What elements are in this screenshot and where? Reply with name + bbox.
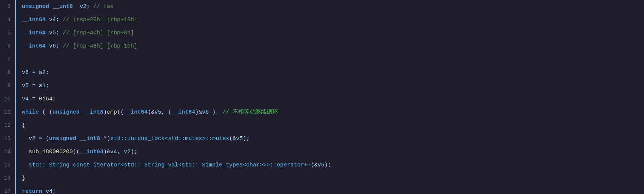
keyword-int64-l4: __int64 <box>22 13 46 26</box>
code-viewer: 3 4 5 6 7 8 9 10 11 12 13 14 15 16 17 18… <box>0 0 644 194</box>
code-text-area: unsigned __int8 v2; // fax __int64 v4; /… <box>16 0 644 194</box>
line-num-13: 13 <box>3 132 11 145</box>
code-line-3: unsigned __int8 v2; // fax <box>22 0 644 13</box>
var-v5-ref1: v5 <box>154 106 161 119</box>
keyword-while: while <box>22 106 39 119</box>
var-v5-ref2: v5 <box>236 132 243 145</box>
line-num-11: 11 <box>3 106 11 119</box>
comment-cn-loop: // 不相等就继续循环 <box>222 106 278 119</box>
code-line-10: v4 = 0i64; <box>22 92 644 106</box>
var-v6-decl: v6 <box>49 40 56 53</box>
var-a2: a2 <box>39 66 46 79</box>
cast-int8-ptr: __int8 <box>80 132 100 145</box>
line-num-15: 15 <box>3 159 11 172</box>
comment-fax: // fax <box>93 0 114 13</box>
keyword-int64-l6: __int64 <box>22 40 46 53</box>
fn-sub180006200: sub_180006200 <box>29 145 73 159</box>
fn-cmp: cmp <box>107 106 117 119</box>
var-v4-ref: v4 <box>110 145 117 159</box>
cast-int8: __int8 <box>83 106 103 119</box>
code-line-8: v6 = a2; <box>22 66 644 79</box>
code-line-15: std::_String_const_iterator<std::_String… <box>22 159 644 172</box>
code-line-16: } <box>22 172 644 185</box>
var-v4-return: v4 <box>46 185 52 194</box>
comment-rsp20: // [rsp+20h] [rbp-18h] <box>63 13 137 26</box>
var-v5-ref3: v5 <box>317 159 324 172</box>
code-line-14: sub_180006200((__int64)&v4, v2); <box>22 145 644 159</box>
line-num-9: 9 <box>3 79 11 92</box>
var-v5-decl: v5 <box>49 26 56 40</box>
var-v6-ref1: v6 <box>202 106 209 119</box>
line-num-12: 12 <box>3 119 11 132</box>
line-num-16: 16 <box>3 172 11 185</box>
line-num-10: 10 <box>3 92 11 106</box>
cast-unsigned2: unsigned <box>49 132 76 145</box>
comment-rsp40: // [rsp+40h] [rbp+8h] <box>63 26 134 40</box>
cast-int64-2: __int64 <box>171 106 195 119</box>
line-num-8: 8 <box>3 66 11 79</box>
code-line-12: { <box>22 119 644 132</box>
close-brace: } <box>22 172 25 185</box>
cast-int64-3: __int64 <box>80 145 103 159</box>
var-v2: v2 <box>80 0 86 13</box>
keyword-unsigned: unsigned <box>22 0 49 13</box>
keyword-int64-l5: __int64 <box>22 26 46 40</box>
literal-0i64: 0i64 <box>39 92 52 106</box>
cast-int64-1: __int64 <box>124 106 148 119</box>
code-line-6: __int64 v6; // [rsp+48h] [rbp+10h] <box>22 40 644 53</box>
keyword-return: return <box>22 185 42 194</box>
line-num-5: 5 <box>3 26 11 40</box>
line-num-3: 3 <box>3 0 11 13</box>
code-line-5: __int64 v5; // [rsp+40h] [rbp+8h] <box>22 26 644 40</box>
comment-rsp48: // [rsp+48h] [rbp+10h] <box>63 40 137 53</box>
code-line-7 <box>22 53 644 66</box>
open-brace: { <box>22 119 25 132</box>
line-num-4: 4 <box>3 13 11 26</box>
line-num-17: 17 <box>3 185 11 194</box>
code-line-13: v2 = (unsigned __int8 *)std::unique_lock… <box>22 132 644 145</box>
line-num-6: 6 <box>3 40 11 53</box>
code-line-4: __int64 v4; // [rsp+20h] [rbp-18h] <box>22 13 644 26</box>
code-line-11: while ( (unsigned __int8)cmp((__int64)&v… <box>22 106 644 119</box>
keyword-int8: __int8 <box>52 0 73 13</box>
var-v4-assign: v4 <box>22 92 29 106</box>
var-a1: a1 <box>39 79 46 92</box>
var-v6-assign: v6 <box>22 66 29 79</box>
std-iterator-op: std::_String_const_iterator<std::_String… <box>29 159 311 172</box>
var-v5-assign: v5 <box>22 79 29 92</box>
code-line-9: v5 = a1; <box>22 79 644 92</box>
code-line-17: return v4; <box>22 185 644 194</box>
std-unique-lock: std::unique_lock<std::mutex>::mutex <box>110 132 229 145</box>
var-v2-assign: v2 <box>29 132 35 145</box>
line-num-14: 14 <box>3 145 11 159</box>
line-num-7: 7 <box>3 53 11 66</box>
var-v4-decl: v4 <box>49 13 56 26</box>
var-v2-ref: v2 <box>124 145 131 159</box>
line-number-gutter: 3 4 5 6 7 8 9 10 11 12 13 14 15 16 17 18 <box>0 0 16 194</box>
cast-unsigned: unsigned <box>52 106 80 119</box>
